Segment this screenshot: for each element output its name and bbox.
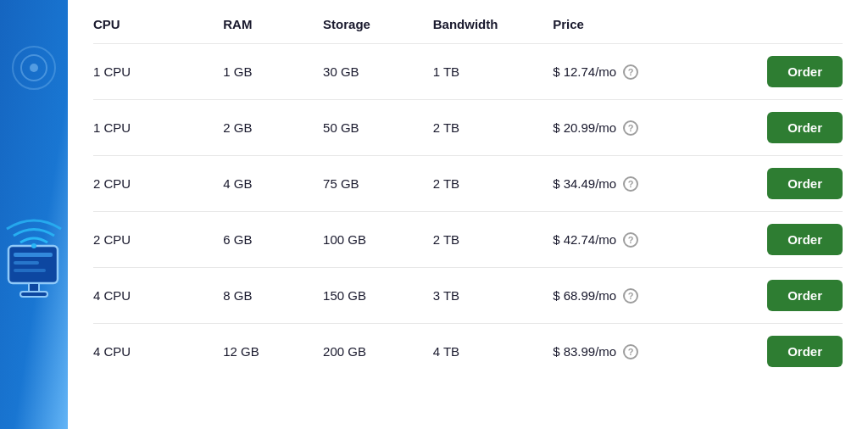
- table-row: 1 CPU2 GB50 GB2 TB$ 20.99/mo?Order: [93, 100, 843, 156]
- cell-bandwidth: 2 TB: [433, 156, 553, 212]
- cell-cpu: 1 CPU: [93, 100, 223, 156]
- order-button[interactable]: Order: [767, 168, 843, 199]
- table-row: 2 CPU4 GB75 GB2 TB$ 34.49/mo?Order: [93, 156, 843, 212]
- cell-cpu: 4 CPU: [93, 268, 223, 324]
- cell-storage: 30 GB: [323, 44, 433, 100]
- svg-point-10: [30, 64, 38, 72]
- help-icon[interactable]: ?: [623, 288, 638, 304]
- header-order: [732, 17, 843, 44]
- price-value: $ 12.74/mo: [553, 64, 616, 79]
- svg-rect-3: [14, 261, 39, 265]
- cell-order: Order: [732, 44, 843, 100]
- cell-storage: 100 GB: [323, 212, 433, 268]
- order-button[interactable]: Order: [767, 224, 843, 255]
- cell-order: Order: [732, 212, 843, 268]
- order-button[interactable]: Order: [767, 112, 843, 143]
- cell-price: $ 68.99/mo?: [553, 268, 732, 324]
- cell-cpu: 4 CPU: [93, 324, 223, 380]
- help-icon[interactable]: ?: [623, 232, 638, 248]
- help-icon[interactable]: ?: [623, 64, 638, 80]
- cell-bandwidth: 4 TB: [433, 324, 553, 380]
- svg-rect-6: [20, 292, 47, 297]
- price-value: $ 20.99/mo: [553, 120, 616, 135]
- cell-price: $ 42.74/mo?: [553, 212, 732, 268]
- cell-cpu: 2 CPU: [93, 156, 223, 212]
- cell-ram: 2 GB: [223, 100, 323, 156]
- help-icon[interactable]: ?: [623, 176, 638, 192]
- cell-order: Order: [732, 156, 843, 212]
- order-button[interactable]: Order: [767, 56, 843, 87]
- cell-storage: 150 GB: [323, 268, 433, 324]
- table-row: 4 CPU12 GB200 GB4 TB$ 83.99/mo?Order: [93, 324, 843, 380]
- price-value: $ 42.74/mo: [553, 232, 616, 247]
- help-icon[interactable]: ?: [623, 344, 638, 359]
- price-value: $ 68.99/mo: [553, 288, 616, 303]
- table-row: 4 CPU8 GB150 GB3 TB$ 68.99/mo?Order: [93, 268, 843, 324]
- sidebar-illustration: [0, 0, 68, 429]
- pricing-table: CPU RAM Storage Bandwidth Price 1 CPU1 G…: [93, 17, 843, 379]
- cell-order: Order: [732, 324, 843, 380]
- cell-storage: 200 GB: [323, 324, 433, 380]
- price-value: $ 83.99/mo: [553, 344, 616, 359]
- cell-price: $ 20.99/mo?: [553, 100, 732, 156]
- cell-ram: 1 GB: [223, 44, 323, 100]
- cell-price: $ 12.74/mo?: [553, 44, 732, 100]
- price-value: $ 34.49/mo: [553, 176, 616, 191]
- header-price: Price: [553, 17, 732, 44]
- header-cpu: CPU: [93, 17, 223, 44]
- cell-ram: 12 GB: [223, 324, 323, 380]
- cell-ram: 4 GB: [223, 156, 323, 212]
- cell-storage: 50 GB: [323, 100, 433, 156]
- cell-ram: 8 GB: [223, 268, 323, 324]
- cell-bandwidth: 2 TB: [433, 212, 553, 268]
- header-bandwidth: Bandwidth: [433, 17, 553, 44]
- svg-rect-2: [14, 253, 53, 257]
- cell-bandwidth: 2 TB: [433, 100, 553, 156]
- table-row: 2 CPU6 GB100 GB2 TB$ 42.74/mo?Order: [93, 212, 843, 268]
- table-row: 1 CPU1 GB30 GB1 TB$ 12.74/mo?Order: [93, 44, 843, 100]
- sidebar: [0, 0, 68, 429]
- cell-order: Order: [732, 268, 843, 324]
- cell-cpu: 1 CPU: [93, 44, 223, 100]
- order-button[interactable]: Order: [767, 280, 843, 311]
- cell-cpu: 2 CPU: [93, 212, 223, 268]
- cell-storage: 75 GB: [323, 156, 433, 212]
- svg-rect-4: [14, 269, 46, 272]
- cell-bandwidth: 1 TB: [433, 44, 553, 100]
- cell-ram: 6 GB: [223, 212, 323, 268]
- help-icon[interactable]: ?: [623, 120, 638, 136]
- header-storage: Storage: [323, 17, 433, 44]
- svg-rect-5: [29, 283, 39, 292]
- svg-point-7: [31, 243, 36, 248]
- cell-price: $ 83.99/mo?: [553, 324, 732, 380]
- order-button[interactable]: Order: [767, 336, 843, 367]
- cell-order: Order: [732, 100, 843, 156]
- header-ram: RAM: [223, 17, 323, 44]
- cell-price: $ 34.49/mo?: [553, 156, 732, 212]
- main-content: CPU RAM Storage Bandwidth Price 1 CPU1 G…: [68, 0, 868, 429]
- cell-bandwidth: 3 TB: [433, 268, 553, 324]
